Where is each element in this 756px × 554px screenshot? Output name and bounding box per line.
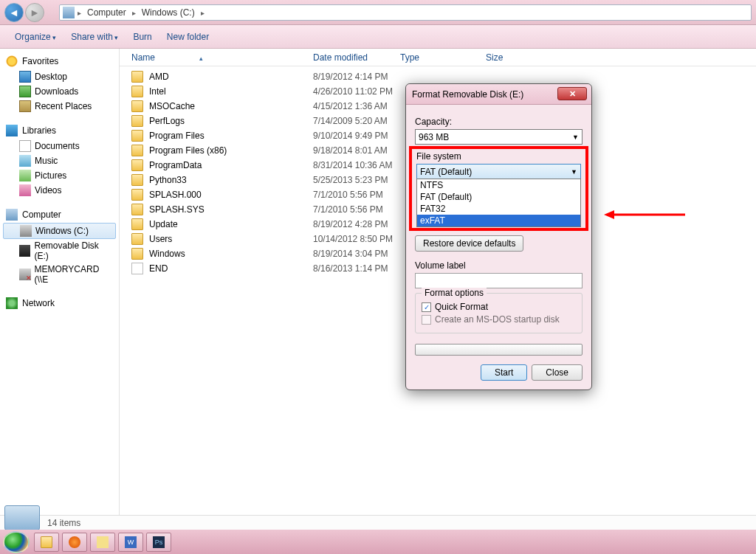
removable-icon (19, 245, 30, 257)
column-headers: Name▴ Date modified Type Size (120, 49, 756, 66)
volume-label-label: Volume label (415, 260, 583, 271)
taskbar: W Ps (0, 530, 756, 554)
recent-places-icon (19, 100, 31, 112)
col-size[interactable]: Size (486, 52, 545, 63)
close-icon[interactable]: ✕ (557, 87, 587, 100)
table-row[interactable]: AMD8/19/2012 4:14 PM (120, 69, 756, 84)
address-bar: ◄ ► Computer Windows (C:) (0, 0, 756, 25)
col-type[interactable]: Type (400, 52, 486, 63)
file-date: 5/25/2013 5:23 PM (313, 175, 400, 185)
taskbar-explorer[interactable] (34, 533, 59, 552)
nav-documents[interactable]: Documents (0, 139, 119, 153)
file-name: Update (149, 219, 178, 229)
star-icon (6, 55, 18, 67)
forward-button[interactable]: ► (25, 3, 44, 22)
item-count: 14 items (47, 518, 80, 528)
file-date: 7/1/2010 5:56 PM (313, 204, 400, 215)
desktop-icon (19, 71, 31, 83)
folder-icon (131, 218, 143, 230)
nav-recent-places[interactable]: Recent Places (0, 99, 119, 114)
burn-button[interactable]: Burn (126, 29, 159, 45)
file-name: Program Files (x86) (149, 145, 227, 156)
file-date: 7/1/2010 5:56 PM (313, 190, 400, 200)
volume-label-input[interactable] (415, 273, 583, 288)
taskbar-firefox[interactable] (62, 533, 87, 552)
checkbox-icon: ✓ (422, 302, 431, 312)
fs-option-fat[interactable]: FAT (Default) (417, 191, 580, 203)
nav-pictures[interactable]: Pictures (0, 168, 119, 183)
capacity-label: Capacity: (415, 117, 583, 127)
restore-defaults-button[interactable]: Restore device defaults (415, 235, 523, 252)
videos-icon (19, 184, 31, 196)
nav-removable-e[interactable]: Removable Disk (E:) (0, 239, 119, 263)
capacity-select[interactable]: 963 MB▼ (415, 129, 583, 145)
share-menu[interactable]: Share with (63, 29, 126, 45)
filesystem-select[interactable]: FAT (Default)▼ (416, 164, 581, 179)
file-date: 8/19/2012 4:28 PM (313, 219, 400, 229)
msdos-checkbox: Create an MS-DOS startup disk (422, 314, 576, 325)
breadcrumb[interactable]: Computer Windows (C:) (59, 4, 752, 21)
start-button[interactable]: Start (481, 364, 527, 381)
file-name: SPLASH.SYS (149, 204, 205, 215)
back-button[interactable]: ◄ (4, 3, 24, 22)
file-name: Python33 (149, 175, 187, 185)
fs-option-fat32[interactable]: FAT32 (417, 203, 580, 215)
file-date: 8/19/2014 3:04 PM (313, 249, 400, 259)
organize-menu[interactable]: Organize (7, 29, 63, 45)
libraries-header[interactable]: Libraries (0, 122, 119, 139)
taskbar-word[interactable]: W (118, 533, 143, 552)
file-date: 9/18/2014 8:01 AM (313, 145, 400, 156)
start-button[interactable] (3, 531, 30, 553)
computer-icon (63, 7, 75, 18)
file-name: Intel (149, 86, 166, 97)
new-folder-button[interactable]: New folder (159, 29, 216, 45)
file-date: 9/10/2014 9:49 PM (313, 131, 400, 141)
crumb-drive[interactable]: Windows (C:) (139, 7, 198, 18)
folder-icon (131, 174, 143, 186)
quick-format-checkbox[interactable]: ✓Quick Format (422, 302, 576, 312)
col-date[interactable]: Date modified (313, 52, 400, 63)
downloads-icon (19, 86, 31, 97)
nav-memorycard[interactable]: MEMORYCARD (\\E (0, 263, 119, 286)
taskbar-stickies[interactable] (90, 533, 115, 552)
file-date: 4/15/2012 1:36 AM (313, 101, 400, 111)
folder-icon (131, 100, 143, 112)
network-icon (6, 297, 18, 309)
folder-icon (131, 145, 143, 156)
network-header[interactable]: Network (0, 295, 119, 311)
folder-icon (131, 233, 143, 245)
fs-option-exfat[interactable]: exFAT (417, 215, 580, 226)
folder-icon (131, 189, 143, 201)
file-date: 10/14/2012 8:50 PM (313, 234, 400, 244)
format-options-group: Format options ✓Quick Format Create an M… (415, 293, 583, 333)
close-button[interactable]: Close (532, 364, 583, 381)
nav-desktop[interactable]: Desktop (0, 69, 119, 84)
col-name[interactable]: Name▴ (131, 52, 313, 63)
file-name: Windows (149, 249, 185, 259)
nav-windows-c[interactable]: Windows (C:) (3, 223, 116, 239)
file-name: ProgramData (149, 160, 202, 170)
status-icon (4, 505, 40, 530)
nav-downloads[interactable]: Downloads (0, 84, 119, 99)
favorites-header[interactable]: Favorites (0, 53, 119, 69)
folder-icon (131, 248, 143, 260)
checkbox-icon (422, 315, 431, 325)
nav-music[interactable]: Music (0, 153, 119, 168)
nav-videos[interactable]: Videos (0, 183, 119, 198)
status-bar: 14 items (0, 515, 756, 530)
music-icon (19, 155, 31, 167)
fs-option-ntfs[interactable]: NTFS (417, 179, 580, 191)
pictures-icon (19, 170, 31, 181)
computer-header[interactable]: Computer (0, 207, 119, 223)
memorycard-icon (19, 269, 31, 280)
dialog-titlebar[interactable]: Format Removable Disk (E:) ✕ (406, 84, 591, 105)
folder-icon (41, 536, 52, 548)
file-date: 8/31/2014 10:36 AM (313, 160, 400, 170)
filesystem-dropdown: NTFS FAT (Default) FAT32 exFAT (416, 179, 581, 227)
file-name: PerfLogs (149, 116, 185, 126)
crumb-computer[interactable]: Computer (84, 7, 129, 18)
word-icon: W (125, 536, 137, 548)
taskbar-photoshop[interactable]: Ps (146, 533, 171, 552)
sticky-icon (97, 536, 109, 548)
folder-icon (131, 130, 143, 142)
